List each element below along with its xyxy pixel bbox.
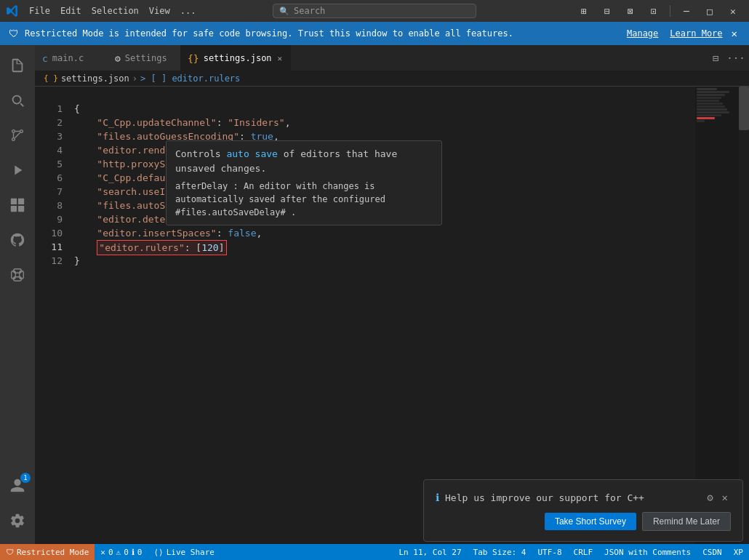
- search-box[interactable]: 🔍 Search: [273, 4, 476, 18]
- ln-7: 7: [35, 185, 63, 199]
- breadcrumb-file[interactable]: settings.json: [61, 73, 129, 84]
- line-ending-item[interactable]: CRLF: [568, 544, 599, 560]
- more-actions-button[interactable]: ···: [727, 49, 745, 67]
- svg-rect-8: [11, 206, 17, 212]
- sidebar-item-source-control[interactable]: [0, 118, 35, 153]
- tabs-right: ⊟ ···: [702, 45, 749, 71]
- sidebar-item-settings[interactable]: [0, 503, 35, 538]
- tabs-bar: c main.c ⚙ Settings {} settings.json ✕ ⊟…: [35, 45, 749, 71]
- search-placeholder: Search: [294, 6, 325, 16]
- split-editor-button[interactable]: ⊞: [574, 3, 594, 19]
- breadcrumb-file-icon: { }: [44, 73, 58, 83]
- sidebar-item-extensions2[interactable]: [0, 257, 35, 292]
- position-item[interactable]: Ln 11, Col 27: [393, 544, 467, 560]
- minimize-button[interactable]: ─: [676, 3, 697, 19]
- menu-selection[interactable]: Selection: [87, 4, 143, 17]
- tab-settings-label: Settings: [125, 53, 167, 63]
- split-editor-right-button[interactable]: ⊟: [707, 49, 724, 67]
- status-right: Ln 11, Col 27 Tab Size: 4 UTF-8 CRLF JSO…: [393, 544, 749, 560]
- svg-rect-7: [18, 199, 24, 204]
- minimap-line: [697, 94, 725, 96]
- info-bar: 🛡 Restricted Mode is intended for safe c…: [0, 22, 749, 45]
- survey-close-button[interactable]: ✕: [719, 490, 731, 505]
- xp-item[interactable]: XP: [728, 544, 749, 560]
- errors-item[interactable]: ✕ 0 ⚠ 0 ℹ 0: [95, 544, 148, 560]
- json-icon: {}: [188, 53, 199, 64]
- tab-main-c[interactable]: c main.c: [35, 45, 108, 71]
- ln-3: 3: [35, 129, 63, 143]
- tab-settings-json[interactable]: {} settings.json ✕: [180, 45, 291, 71]
- live-share-label: Live Share: [167, 548, 215, 557]
- ln-blank: [35, 88, 63, 102]
- tab-size-item[interactable]: Tab Size: 4: [468, 544, 532, 560]
- tab-size-text: Tab Size: 4: [473, 548, 526, 557]
- search-icon: 🔍: [279, 7, 289, 16]
- vscode-logo-icon: [6, 4, 19, 17]
- main-layout: 1 c main.c ⚙ Settings {} settings.json: [0, 45, 749, 544]
- close-button[interactable]: ✕: [723, 3, 743, 19]
- code-line-12: }: [74, 254, 695, 268]
- layout-button[interactable]: ⊟: [597, 3, 617, 19]
- take-survey-button[interactable]: Take Short Survey: [545, 513, 636, 530]
- tooltip-main: Controls auto save of editors that have …: [175, 147, 433, 175]
- status-left: 🛡 Restricted Mode ✕ 0 ⚠ 0 ℹ 0 ⟨⟩ Live Sh…: [0, 544, 220, 560]
- sidebar-item-search[interactable]: [0, 83, 35, 118]
- ln-5: 5: [35, 157, 63, 171]
- menu-edit[interactable]: Edit: [56, 4, 86, 17]
- csdn-item[interactable]: CSDN: [697, 544, 728, 560]
- live-share-icon: ⟨⟩: [153, 548, 163, 557]
- sidebar-item-explorer[interactable]: [0, 48, 35, 83]
- code-area[interactable]: { "C_Cpp.updateChannel": "Insiders", "fi…: [71, 87, 695, 544]
- tab-settings[interactable]: ⚙ Settings: [108, 45, 180, 71]
- restricted-mode-item[interactable]: 🛡 Restricted Mode: [0, 544, 95, 560]
- customize-button[interactable]: ⊡: [644, 3, 664, 19]
- ln-1: 1: [35, 102, 63, 116]
- sidebar-item-extensions[interactable]: [0, 188, 35, 223]
- github-icon: [9, 232, 25, 248]
- sidebar-item-run[interactable]: [0, 153, 35, 188]
- survey-notification: ℹ Help us improve our support for C++ ⚙ …: [423, 479, 743, 542]
- code-line-2: "C_Cpp.updateChannel": "Insiders",: [74, 116, 695, 129]
- maximize-button[interactable]: □: [700, 3, 720, 19]
- menu-view[interactable]: View: [145, 4, 175, 17]
- line-ending-text: CRLF: [574, 548, 593, 557]
- minimap: [695, 87, 739, 544]
- scrollbar[interactable]: [739, 87, 749, 544]
- learn-more-link[interactable]: Learn More: [670, 28, 722, 39]
- info-icon: ℹ: [132, 548, 135, 557]
- survey-title: ℹ Help us improve our support for C++: [436, 492, 644, 503]
- tab-main-c-label: main.c: [52, 53, 84, 63]
- warnings-count: 0: [124, 548, 129, 557]
- live-share-item[interactable]: ⟨⟩ Live Share: [148, 544, 220, 560]
- files-icon: [9, 57, 25, 73]
- language-item[interactable]: JSON with Comments: [598, 544, 697, 560]
- title-bar-right: ⊞ ⊟ ⊠ ⊡ ─ □ ✕: [574, 3, 743, 19]
- scrollbar-thumb[interactable]: [739, 87, 749, 130]
- panel-button[interactable]: ⊠: [620, 3, 641, 19]
- code-line-1: {: [74, 102, 695, 116]
- encoding-item[interactable]: UTF-8: [532, 544, 567, 560]
- svg-point-2: [20, 130, 23, 133]
- manage-link[interactable]: Manage: [627, 28, 658, 39]
- sidebar-item-account[interactable]: 1: [0, 468, 35, 503]
- survey-gear-icon[interactable]: ⚙: [704, 490, 716, 505]
- ln-11: 11: [35, 240, 63, 254]
- sidebar-item-github[interactable]: [0, 223, 35, 257]
- minimap-content: [695, 87, 739, 124]
- minimap-line: [697, 105, 725, 108]
- minimap-line: [697, 103, 723, 105]
- ln-6: 6: [35, 171, 63, 185]
- puzzle-icon: [9, 267, 25, 283]
- search-icon: [9, 92, 25, 108]
- info-bar-close-button[interactable]: ✕: [729, 26, 740, 41]
- svg-line-5: [15, 132, 20, 137]
- remind-me-button[interactable]: Remind Me Later: [642, 512, 731, 531]
- tab-close-button[interactable]: ✕: [276, 52, 284, 65]
- menu-file[interactable]: File: [25, 4, 55, 17]
- ln-8: 8: [35, 199, 63, 212]
- minimap-line: [697, 100, 719, 102]
- language-text: JSON with Comments: [604, 548, 691, 557]
- svg-point-0: [12, 130, 15, 133]
- breadcrumb-path: > [ ] editor.rulers: [140, 73, 240, 84]
- menu-more[interactable]: ...: [176, 4, 201, 17]
